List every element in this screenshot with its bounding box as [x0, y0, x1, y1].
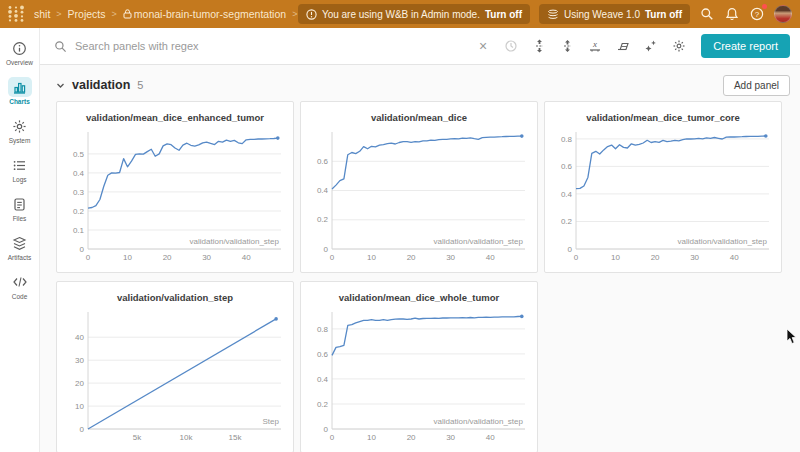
section-collapse-chevron-icon[interactable] — [56, 81, 65, 90]
svg-text:10: 10 — [611, 253, 620, 262]
svg-text:10: 10 — [367, 433, 376, 442]
alert-circle-icon — [306, 9, 317, 20]
svg-text:30: 30 — [446, 253, 455, 262]
settings-gear-icon[interactable] — [671, 38, 687, 54]
svg-text:0.8: 0.8 — [317, 325, 329, 334]
search-icon — [52, 38, 68, 54]
x-axis-settings-icon[interactable]: x — [587, 38, 603, 54]
sidebar-label: Logs — [12, 176, 26, 183]
sidebar-item-logs[interactable]: Logs — [0, 155, 40, 183]
svg-text:10k: 10k — [180, 433, 194, 442]
svg-text:0: 0 — [324, 425, 329, 434]
svg-text:validation/validation_step: validation/validation_step — [434, 237, 524, 246]
svg-text:10: 10 — [367, 253, 376, 262]
add-panel-button[interactable]: Add panel — [723, 75, 790, 96]
svg-text:0.6: 0.6 — [317, 157, 329, 166]
panel-count: 5 — [137, 79, 143, 91]
svg-text:?: ? — [755, 10, 760, 19]
breadcrumb: shit > Projects > monai-brain-tumor-segm… — [34, 8, 298, 20]
search-panels-input[interactable] — [75, 40, 463, 52]
list-icon — [8, 155, 32, 175]
svg-text:0.6: 0.6 — [561, 162, 573, 171]
weave-turn-off-button[interactable]: Turn off — [645, 9, 682, 20]
svg-text:10: 10 — [75, 402, 84, 411]
chart-plot[interactable]: 00.10.20.30.40.5010203040validation/vali… — [61, 126, 289, 266]
svg-text:0.8: 0.8 — [561, 135, 573, 144]
svg-text:5k: 5k — [133, 433, 142, 442]
sidebar-label: Code — [12, 293, 28, 300]
chart-panel[interactable]: validation/validation_step 0102030405k10… — [56, 281, 294, 452]
section-title: validation — [72, 78, 130, 92]
admin-banner-text: You are using W&B in Admin mode. — [322, 9, 480, 20]
svg-text:validation/validation_step: validation/validation_step — [434, 417, 524, 426]
weave-banner: Using Weave 1.0 Turn off — [539, 4, 690, 24]
svg-text:0.4: 0.4 — [317, 375, 329, 384]
clear-search-icon[interactable]: × — [475, 38, 491, 54]
svg-text:20: 20 — [163, 253, 172, 262]
sidebar-item-artifacts[interactable]: Artifacts — [0, 233, 40, 261]
sidebar-label: Overview — [6, 59, 33, 66]
svg-text:0: 0 — [568, 245, 573, 254]
notifications-bell-icon[interactable] — [724, 6, 740, 22]
help-icon[interactable]: ? — [749, 6, 765, 22]
collapse-panels-icon[interactable] — [559, 38, 575, 54]
svg-text:0: 0 — [324, 245, 329, 254]
weave-layers-icon — [547, 9, 559, 20]
svg-text:0: 0 — [86, 253, 91, 262]
notification-dot — [762, 4, 767, 9]
sidebar-label: System — [9, 137, 31, 144]
wandb-logo-icon[interactable] — [6, 5, 26, 23]
breadcrumb-separator: > — [112, 9, 117, 19]
svg-text:30: 30 — [446, 433, 455, 442]
svg-text:40: 40 — [486, 253, 495, 262]
svg-text:15k: 15k — [229, 433, 243, 442]
chart-panel[interactable]: validation/mean_dice 00.20.40.6010203040… — [300, 101, 538, 273]
admin-turn-off-button[interactable]: Turn off — [485, 9, 522, 20]
chart-plot[interactable]: 00.20.40.60.8010203040validation/validat… — [305, 306, 533, 446]
admin-mode-banner: You are using W&B in Admin mode. Turn of… — [298, 4, 530, 24]
panels-toolbar: × x Create report — [40, 28, 800, 65]
search-icon[interactable] — [699, 6, 715, 22]
chart-panel[interactable]: validation/mean_dice_enhanced_tumor 00.1… — [56, 101, 294, 273]
wandb-run-page: shit > Projects > monai-brain-tumor-segm… — [0, 0, 800, 452]
svg-text:Step: Step — [263, 417, 280, 426]
chart-panel[interactable]: validation/mean_dice_whole_tumor 00.20.4… — [300, 281, 538, 452]
expand-panels-icon[interactable] — [531, 38, 547, 54]
info-icon — [8, 38, 32, 58]
svg-text:0: 0 — [80, 245, 85, 254]
svg-text:0.2: 0.2 — [73, 207, 85, 216]
svg-text:validation/validation_step: validation/validation_step — [190, 237, 280, 246]
sidebar-label: Charts — [9, 98, 30, 105]
sidebar-item-overview[interactable]: Overview — [0, 38, 40, 66]
gear-icon — [8, 116, 32, 136]
user-avatar[interactable] — [774, 5, 792, 23]
svg-text:0.4: 0.4 — [561, 190, 573, 199]
lock-icon — [123, 9, 132, 19]
outliers-icon[interactable] — [615, 38, 631, 54]
chart-panel[interactable]: validation/mean_dice_tumor_core 00.20.40… — [544, 101, 782, 273]
svg-text:20: 20 — [407, 253, 416, 262]
sidebar-item-charts[interactable]: Charts — [0, 77, 40, 105]
svg-text:0.6: 0.6 — [317, 350, 329, 359]
sparkle-icon[interactable] — [643, 38, 659, 54]
history-icon[interactable] — [503, 38, 519, 54]
svg-text:0.4: 0.4 — [317, 186, 329, 195]
svg-text:20: 20 — [407, 433, 416, 442]
breadcrumb-entity[interactable]: shit — [34, 8, 50, 20]
bar-chart-icon — [8, 77, 32, 97]
chart-plot[interactable]: 0102030405k10k15kStep — [61, 306, 289, 446]
svg-text:0: 0 — [330, 253, 335, 262]
chart-plot[interactable]: 00.20.40.60.8010203040validation/validat… — [549, 126, 777, 266]
sidebar-item-code[interactable]: Code — [0, 272, 40, 300]
svg-text:30: 30 — [75, 356, 84, 365]
svg-text:0.4: 0.4 — [73, 169, 85, 178]
svg-text:40: 40 — [75, 333, 84, 342]
create-report-button[interactable]: Create report — [701, 34, 790, 58]
breadcrumb-project[interactable]: monai-brain-tumor-segmentation — [123, 8, 286, 20]
chart-plot[interactable]: 00.20.40.6010203040validation/validation… — [305, 126, 533, 266]
breadcrumb-projects[interactable]: Projects — [68, 8, 106, 20]
sidebar-item-files[interactable]: Files — [0, 194, 40, 222]
sidebar-item-system[interactable]: System — [0, 116, 40, 144]
svg-text:40: 40 — [242, 253, 251, 262]
chart-title: validation/mean_dice_enhanced_tumor — [57, 110, 293, 126]
